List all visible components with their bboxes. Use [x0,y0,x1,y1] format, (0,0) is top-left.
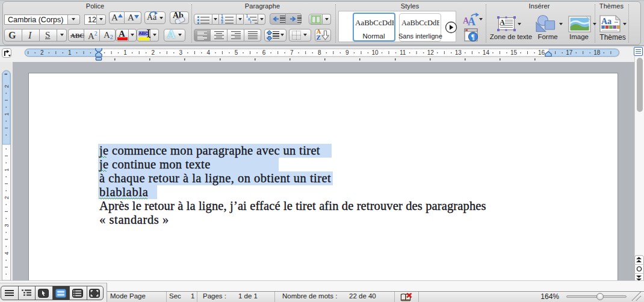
svg-text:18: 18 [593,49,601,56]
svg-text:3: 3 [3,224,10,227]
svg-text:2: 2 [3,196,10,199]
svg-text:7: 7 [290,49,294,56]
svg-text:9: 9 [345,49,349,56]
svg-text:1: 1 [3,168,10,171]
svg-text:5: 5 [235,49,238,56]
svg-text:17: 17 [566,49,573,56]
svg-text:4: 4 [3,251,10,254]
svg-text:10: 10 [371,49,379,56]
svg-text:¶: ¶ [471,33,475,41]
svg-text:A: A [500,18,505,26]
svg-text:12: 12 [427,49,435,56]
svg-text:2: 2 [40,49,44,56]
svg-text:2: 2 [3,85,10,88]
svg-text:A: A [468,16,475,26]
svg-text:13: 13 [455,49,462,56]
svg-text:11: 11 [400,49,406,56]
svg-text:8: 8 [318,49,321,56]
svg-text:14: 14 [483,49,490,56]
svg-text:1: 1 [123,49,127,56]
svg-text:Aa: Aa [601,17,611,26]
svg-text:16: 16 [538,49,545,56]
svg-text:2: 2 [151,49,155,56]
svg-text:1: 1 [68,49,72,56]
svg-text:6: 6 [262,49,266,56]
svg-text:3: 3 [179,49,183,56]
svg-text:4: 4 [207,49,211,56]
svg-text:1: 1 [3,112,10,116]
svg-text:15: 15 [510,49,518,56]
